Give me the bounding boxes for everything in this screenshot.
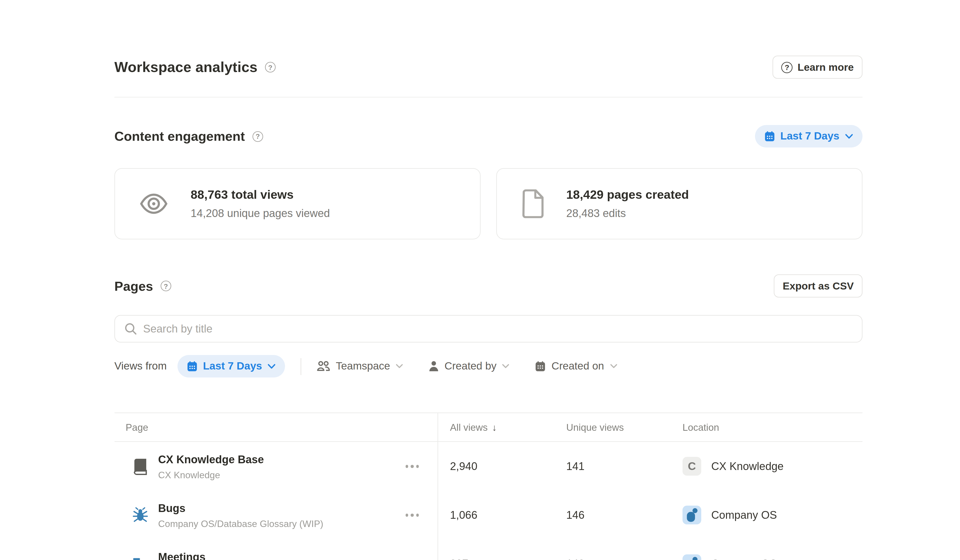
search-bar <box>115 315 863 342</box>
export-csv-label: Export as CSV <box>783 280 854 292</box>
column-header-unique-views[interactable]: Unique views <box>554 413 670 442</box>
more-actions-icon[interactable] <box>405 465 419 467</box>
table-header-row: Page All views ↓ Unique views Location <box>115 413 863 442</box>
teamspace-icon <box>317 361 330 372</box>
created-by-filter-dropdown[interactable]: Created by <box>429 360 510 373</box>
meeting-notes-icon <box>132 556 148 560</box>
calendar-icon <box>764 131 775 142</box>
column-header-page[interactable]: Page <box>115 413 438 442</box>
location-avatar <box>683 555 701 560</box>
filter-separator <box>301 358 301 375</box>
unique-views-value: 146 <box>554 491 670 539</box>
all-views-value: 837 <box>437 539 554 560</box>
all-views-header-label: All views <box>450 421 488 433</box>
created-by-filter-label: Created by <box>445 360 496 373</box>
book-icon <box>132 458 148 475</box>
learn-more-label: Learn more <box>797 61 854 73</box>
eye-icon <box>139 192 169 215</box>
chevron-down-icon <box>268 363 276 369</box>
search-icon <box>125 323 137 335</box>
page-title-link[interactable]: Meetings <box>158 550 214 560</box>
total-views-card: 88,763 total views 14,208 unique pages v… <box>115 168 481 240</box>
page-cell[interactable]: CX Knowledge Base CX Knowledge <box>115 442 438 491</box>
help-icon[interactable]: ? <box>253 131 263 142</box>
help-circle-icon: ? <box>781 61 792 73</box>
bug-icon <box>132 507 148 523</box>
teamspace-filter-dropdown[interactable]: Teamspace <box>317 360 403 373</box>
chevron-down-icon <box>396 364 403 369</box>
help-icon[interactable]: ? <box>265 62 276 73</box>
date-range-dropdown[interactable]: Last 7 Days <box>755 125 862 147</box>
location-avatar: C <box>683 457 701 476</box>
location-cell[interactable]: C CX Knowledge <box>670 442 862 491</box>
views-date-filter-dropdown[interactable]: Last 7 Days <box>177 355 285 378</box>
date-range-label: Last 7 Days <box>780 130 839 142</box>
location-label: Company OS <box>711 557 777 560</box>
section-divider <box>115 97 863 98</box>
page-icon <box>521 189 544 218</box>
location-label: Company OS <box>711 509 777 522</box>
table-row: Bugs Company OS/Database Glossary (WIP) … <box>115 491 863 539</box>
views-from-label: Views from <box>115 360 167 373</box>
learn-more-button[interactable]: ? Learn more <box>773 56 862 79</box>
page-cell[interactable]: Bugs Company OS/Database Glossary (WIP) <box>115 491 438 539</box>
pages-title-text: Pages <box>115 278 153 293</box>
table-row: Meetings Company OS 837 143 Company OS <box>115 539 863 560</box>
chevron-down-icon <box>610 364 617 369</box>
chevron-down-icon <box>845 133 853 139</box>
location-cell[interactable]: Company OS <box>670 539 862 560</box>
column-divider <box>437 413 438 560</box>
page-title-link[interactable]: CX Knowledge Base <box>158 453 264 466</box>
pages-title: Pages ? <box>115 278 171 293</box>
sort-desc-icon: ↓ <box>492 422 497 433</box>
page-title-link[interactable]: Bugs <box>158 501 323 515</box>
workspace-analytics-header: Workspace analytics ? ? Learn more <box>115 0 863 79</box>
location-avatar <box>683 506 701 525</box>
content-engagement-title-text: Content engagement <box>115 129 245 144</box>
edits-value: 28,483 edits <box>566 207 689 220</box>
page-subtitle: Company OS/Database Glossary (WIP) <box>158 518 323 528</box>
location-label: CX Knowledge <box>711 460 784 473</box>
column-header-all-views[interactable]: All views ↓ <box>437 413 554 442</box>
page-title-text: Workspace analytics <box>115 59 258 76</box>
page-subtitle: CX Knowledge <box>158 469 264 480</box>
calendar-icon <box>187 361 197 372</box>
total-views-value: 88,763 total views <box>191 187 330 202</box>
calendar-icon <box>535 361 546 372</box>
unique-views-value: 141 <box>554 442 670 491</box>
person-icon <box>429 361 439 372</box>
search-input[interactable] <box>115 315 863 342</box>
created-on-filter-dropdown[interactable]: Created on <box>535 360 617 373</box>
pages-header: Pages ? Export as CSV <box>115 275 863 298</box>
chevron-down-icon <box>502 364 509 369</box>
all-views-value: 1,066 <box>437 491 554 539</box>
help-icon[interactable]: ? <box>160 281 171 291</box>
all-views-value: 2,940 <box>437 442 554 491</box>
location-cell[interactable]: Company OS <box>670 491 862 539</box>
content-engagement-title: Content engagement ? <box>115 129 263 144</box>
filter-bar: Views from Last 7 Days <box>115 355 863 378</box>
views-date-filter-label: Last 7 Days <box>203 360 262 373</box>
more-actions-icon[interactable] <box>405 514 419 516</box>
table-row: CX Knowledge Base CX Knowledge 2,940 141… <box>115 442 863 491</box>
column-header-location[interactable]: Location <box>670 413 862 442</box>
pages-created-card: 18,429 pages created 28,483 edits <box>496 168 862 240</box>
page-title: Workspace analytics ? <box>115 59 276 76</box>
unique-pages-viewed-value: 14,208 unique pages viewed <box>191 207 330 220</box>
content-engagement-header: Content engagement ? Last 7 Days <box>115 125 863 147</box>
export-csv-button[interactable]: Export as CSV <box>774 275 862 298</box>
pages-created-value: 18,429 pages created <box>566 187 689 202</box>
pages-table: Page All views ↓ Unique views Location <box>115 413 863 560</box>
teamspace-filter-label: Teamspace <box>336 360 390 373</box>
page-cell[interactable]: Meetings Company OS <box>115 539 438 560</box>
created-on-filter-label: Created on <box>552 360 604 373</box>
unique-views-value: 143 <box>554 539 670 560</box>
